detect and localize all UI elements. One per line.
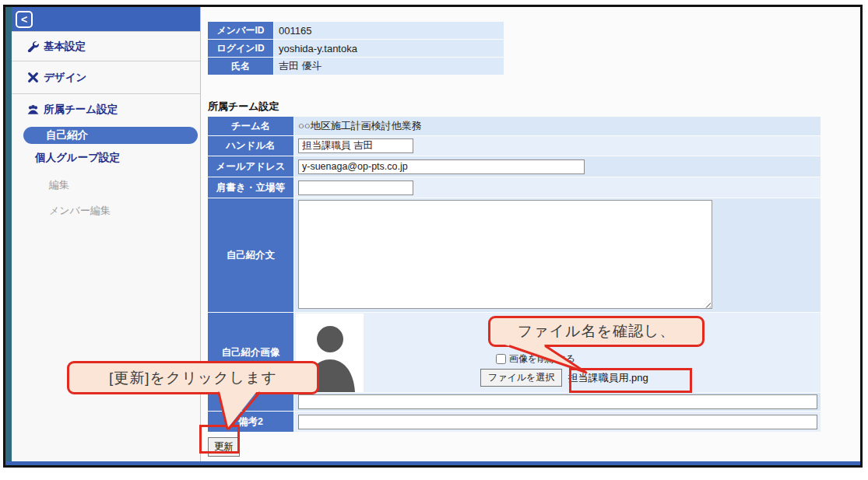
collapse-sidebar-button[interactable]: < — [16, 11, 33, 28]
sidebar-item-label: 所属チーム設定 — [44, 103, 118, 117]
position-cell — [294, 177, 821, 198]
sidebar-item-label: 個人グループ設定 — [35, 151, 120, 165]
sidebar-item-member-edit-disabled: メンバー編集 — [12, 198, 200, 223]
member-id-value: 001165 — [274, 22, 504, 39]
table-row: 自己紹介文 — [208, 198, 860, 312]
app-window: < 基本設定 デザイン — [0, 0, 868, 480]
handle-name-input[interactable] — [298, 138, 413, 153]
self-introduction-cell — [294, 198, 821, 312]
file-select-row: ファイルを選択 担当課職員用.png — [480, 369, 648, 387]
note1-input[interactable] — [298, 394, 817, 409]
note2-cell — [294, 412, 821, 432]
member-id-label: メンバーID — [208, 22, 273, 39]
table-row: 肩書き・立場等 — [208, 177, 860, 198]
sidebar-item-label: メンバー編集 — [49, 204, 111, 218]
sidebar-item-label: デザイン — [44, 71, 86, 85]
application-frame: < 基本設定 デザイン — [3, 5, 863, 468]
sidebar-item-design[interactable]: デザイン — [12, 61, 200, 93]
chevron-left-icon: < — [21, 13, 27, 26]
note2-input[interactable] — [298, 415, 817, 429]
left-accent-bar — [5, 7, 12, 461]
callout-text: ファイル名を確認し、 — [518, 321, 676, 342]
sidebar-item-basic-settings[interactable]: 基本設定 — [12, 32, 200, 61]
wrench-icon — [27, 40, 39, 52]
bottom-accent-bar — [5, 461, 860, 465]
table-row — [208, 393, 860, 411]
callout-text: [更新]をクリックします — [109, 368, 277, 388]
table-row: ハンドル名 — [208, 136, 860, 156]
table-row: メールアドレス — [208, 156, 860, 177]
sidebar-item-label: 編集 — [49, 178, 69, 192]
design-tools-icon — [27, 72, 39, 83]
callout-filename-check: ファイル名を確認し、 — [488, 316, 705, 347]
table-row: 備考2 — [208, 412, 860, 432]
note1-label — [208, 393, 293, 411]
delete-image-option: 画像を削除する — [480, 352, 648, 366]
delete-image-checkbox[interactable] — [496, 354, 506, 364]
note1-cell — [294, 393, 821, 411]
name-value: 吉田 優斗 — [274, 58, 504, 75]
email-input[interactable] — [298, 159, 585, 174]
delete-image-label: 画像を削除する — [509, 352, 575, 366]
team-icon — [27, 104, 39, 116]
position-label: 肩書き・立場等 — [208, 177, 293, 198]
email-cell — [294, 156, 821, 177]
sidebar-item-label: 自己紹介 — [46, 128, 88, 142]
handle-name-label: ハンドル名 — [208, 136, 293, 156]
member-info-table: メンバーID 001165 ログインID yoshida-y.tantoka 氏… — [208, 22, 860, 75]
sidebar-header: < — [12, 7, 200, 31]
sidebar-item-self-introduction-active[interactable]: 自己紹介 — [23, 127, 198, 144]
note2-label: 備考2 — [208, 412, 293, 432]
table-row: ログインID yoshida-y.tantoka — [208, 40, 860, 57]
sidebar-item-team-settings[interactable]: 所属チーム設定 — [12, 94, 200, 125]
callout-update-click: [更新]をクリックします — [67, 361, 319, 394]
email-label: メールアドレス — [208, 156, 293, 177]
table-row: チーム名 ○○地区施工計画検討他業務 — [208, 117, 860, 135]
section-title: 所属チーム設定 — [208, 100, 860, 114]
table-row: メンバーID 001165 — [208, 22, 860, 39]
selected-file-name: 担当課職員用.png — [568, 371, 648, 385]
sidebar-item-label: 基本設定 — [44, 40, 86, 54]
self-introduction-textarea[interactable] — [298, 200, 712, 309]
name-label: 氏名 — [208, 58, 273, 75]
self-introduction-label: 自己紹介文 — [208, 198, 293, 312]
position-input[interactable] — [298, 180, 413, 195]
update-button[interactable]: 更新 — [208, 437, 240, 457]
table-row: 氏名 吉田 優斗 — [208, 58, 860, 75]
login-id-label: ログインID — [208, 40, 273, 57]
handle-name-cell — [294, 136, 821, 156]
choose-file-button[interactable]: ファイルを選択 — [480, 369, 562, 387]
team-name-label: チーム名 — [208, 117, 293, 135]
sidebar-item-edit-disabled: 編集 — [12, 172, 200, 198]
sidebar-item-personal-group-settings[interactable]: 個人グループ設定 — [12, 144, 200, 172]
login-id-value: yoshida-y.tantoka — [274, 40, 504, 57]
team-name-value: ○○地区施工計画検討他業務 — [294, 117, 821, 135]
